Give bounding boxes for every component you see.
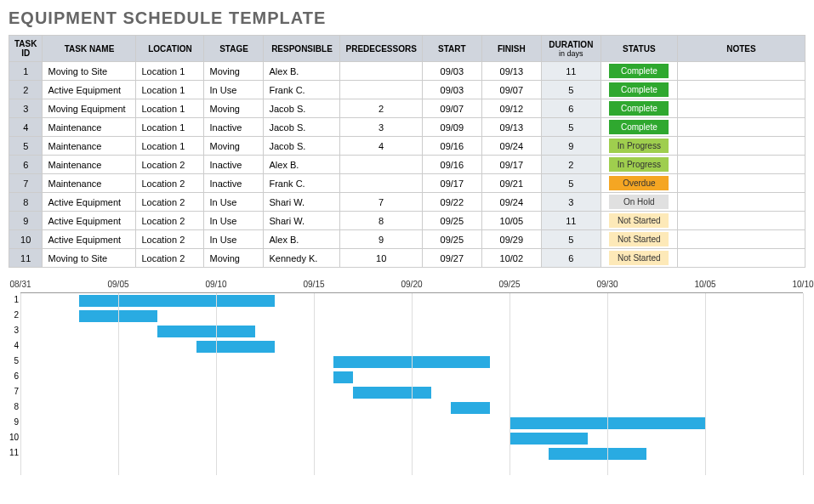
cell-dur: 5 <box>541 81 601 99</box>
cell-id: 1 <box>9 62 43 81</box>
gantt-gridline <box>20 293 21 475</box>
cell-finish: 09/24 <box>481 137 541 156</box>
cell-name: Maintenance <box>43 174 136 193</box>
cell-notes <box>677 174 805 193</box>
table-row: 4MaintenanceLocation 1InactiveJacob S.30… <box>9 118 805 137</box>
cell-dur: 5 <box>541 230 601 249</box>
cell-stage: Inactive <box>204 118 264 137</box>
cell-resp: Alex B. <box>264 62 340 81</box>
cell-resp: Jacob S. <box>264 99 340 118</box>
cell-status: Complete <box>601 99 677 118</box>
cell-pred: 8 <box>340 212 422 230</box>
gantt-bar <box>509 433 588 445</box>
cell-notes <box>677 118 805 137</box>
cell-status: Complete <box>601 62 677 81</box>
gantt-tick-label: 08/31 <box>9 280 31 289</box>
status-badge: In Progress <box>609 139 669 153</box>
gantt-tick-label: 10/10 <box>792 280 813 289</box>
cell-name: Moving to Site <box>43 62 136 81</box>
gantt-row-label: 8 <box>9 402 19 411</box>
cell-notes <box>677 156 805 174</box>
cell-loc: Location 2 <box>136 156 204 174</box>
cell-loc: Location 1 <box>136 137 204 156</box>
cell-pred: 3 <box>340 118 422 137</box>
status-badge: Overdue <box>609 176 669 190</box>
cell-name: Maintenance <box>43 156 136 174</box>
col-stage: STAGE <box>204 36 264 62</box>
cell-notes <box>677 212 805 230</box>
cell-start: 09/17 <box>422 174 481 193</box>
cell-id: 6 <box>9 156 43 174</box>
cell-id: 5 <box>9 137 43 156</box>
cell-finish: 09/13 <box>481 118 541 137</box>
table-row: 3Moving EquipmentLocation 1MovingJacob S… <box>9 99 805 118</box>
status-badge: Complete <box>609 101 669 116</box>
cell-id: 8 <box>9 193 43 212</box>
status-badge: Complete <box>609 82 669 97</box>
cell-loc: Location 1 <box>136 81 204 99</box>
cell-start: 09/09 <box>422 118 481 137</box>
cell-loc: Location 2 <box>136 174 204 193</box>
cell-pred: 7 <box>340 193 422 212</box>
col-id: TASK ID <box>9 36 43 62</box>
table-row: 5MaintenanceLocation 1MovingJacob S.409/… <box>9 137 805 156</box>
cell-resp: Jacob S. <box>264 137 340 156</box>
cell-notes <box>677 249 805 268</box>
gantt-gridline <box>314 293 315 475</box>
cell-resp: Shari W. <box>264 193 340 212</box>
gantt-row-label: 3 <box>9 326 19 335</box>
gantt-gridline <box>705 293 706 475</box>
col-status: STATUS <box>601 36 677 62</box>
cell-status: In Progress <box>601 137 677 156</box>
gantt-tick-label: 09/05 <box>107 280 128 289</box>
gantt-row-label: 9 <box>9 417 19 427</box>
cell-pred <box>340 81 422 99</box>
cell-loc: Location 1 <box>136 62 204 81</box>
cell-loc: Location 2 <box>136 249 204 268</box>
cell-status: Not Started <box>601 230 677 249</box>
cell-id: 4 <box>9 118 43 137</box>
table-row: 11Moving to SiteLocation 2MovingKennedy … <box>9 249 805 268</box>
cell-id: 2 <box>9 81 43 99</box>
col-start: START <box>422 36 481 62</box>
schedule-table: TASK ID TASK NAME LOCATION STAGE RESPONS… <box>9 35 805 268</box>
col-finish: FINISH <box>481 36 541 62</box>
cell-resp: Jacob S. <box>264 118 340 137</box>
cell-status: Complete <box>601 81 677 99</box>
cell-pred <box>340 156 422 174</box>
gantt-row-label: 1 <box>9 295 19 304</box>
cell-id: 7 <box>9 174 43 193</box>
gantt-tick-label: 09/10 <box>205 280 226 289</box>
cell-stage: Moving <box>204 99 264 118</box>
cell-status: Overdue <box>601 174 677 193</box>
cell-name: Maintenance <box>43 137 136 156</box>
cell-name: Moving to Site <box>43 249 136 268</box>
cell-stage: In Use <box>204 193 264 212</box>
gantt-gridline <box>509 293 510 475</box>
cell-pred: 4 <box>340 137 422 156</box>
cell-stage: Inactive <box>204 174 264 193</box>
cell-start: 09/22 <box>422 193 481 212</box>
col-predecessors: PREDECESSORS <box>340 36 422 62</box>
gantt-row-label: 2 <box>9 310 19 320</box>
gantt-bar <box>549 448 646 460</box>
cell-dur: 11 <box>541 62 601 81</box>
cell-notes <box>677 137 805 156</box>
cell-resp: Frank C. <box>264 81 340 99</box>
cell-resp: Alex B. <box>264 156 340 174</box>
cell-stage: Inactive <box>204 156 264 174</box>
cell-resp: Shari W. <box>264 212 340 230</box>
gantt-row-label: 11 <box>9 448 19 457</box>
gantt-row-label: 5 <box>9 356 19 365</box>
table-row: 1Moving to SiteLocation 1MovingAlex B.09… <box>9 62 805 81</box>
cell-pred <box>340 174 422 193</box>
cell-dur: 5 <box>541 118 601 137</box>
status-badge: In Progress <box>609 157 669 172</box>
cell-dur: 9 <box>541 137 601 156</box>
cell-status: Not Started <box>601 212 677 230</box>
cell-finish: 10/02 <box>481 249 541 268</box>
col-responsible: RESPONSIBLE <box>264 36 340 62</box>
cell-status: On Hold <box>601 193 677 212</box>
cell-stage: Moving <box>204 137 264 156</box>
cell-loc: Location 1 <box>136 118 204 137</box>
